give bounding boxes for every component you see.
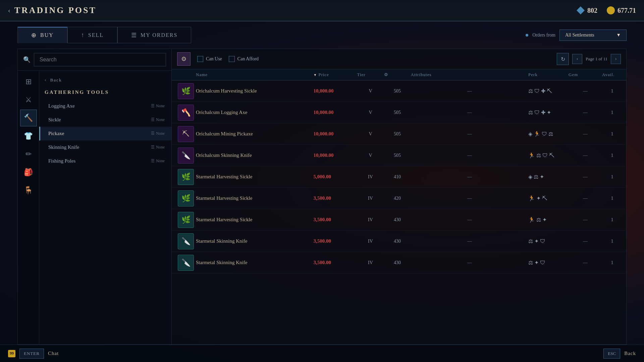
- tab-buy[interactable]: ⊕ BUY: [17, 27, 67, 43]
- item-icon-cell: 🌿: [176, 190, 196, 206]
- category-item-sickle[interactable]: Sickle ☰ None: [39, 113, 171, 127]
- item-gem: —: [569, 196, 602, 201]
- item-gs: 505: [384, 131, 411, 137]
- orders-dot: [526, 34, 528, 37]
- category-list: ‹ Back GATHERING TOOLS Logging Axe ☰ Non…: [39, 71, 171, 344]
- nav-tool-icon[interactable]: 🔨: [20, 110, 37, 126]
- nav-misc-icon[interactable]: ✏: [20, 146, 37, 163]
- header-back-arrow[interactable]: ‹: [8, 7, 10, 14]
- item-price: 10,000.00: [314, 153, 357, 158]
- col-tier-header[interactable]: Tier: [357, 72, 384, 77]
- search-bar: 🔍: [18, 49, 171, 71]
- item-gs: 505: [384, 88, 411, 94]
- footer-left: 99 ENTER Chat: [8, 349, 59, 359]
- item-gs: 430: [384, 260, 411, 265]
- pagination: ↻ ‹ Page 1 of 11 ›: [557, 53, 621, 65]
- table-row[interactable]: 🪓 Orichalcum Logging Axe 10,000.00 V 505…: [172, 102, 626, 123]
- category-skinning-knife-label: Skinning Knife: [48, 144, 79, 150]
- can-use-filter[interactable]: Can Use: [197, 56, 222, 62]
- item-name: Orichalcum Skinning Knife: [196, 153, 314, 158]
- category-fishing-poles-label: Fishing Poles: [48, 158, 75, 164]
- category-logging-axe-label: Logging Axe: [48, 103, 75, 109]
- item-gem: —: [569, 239, 602, 244]
- gem-value: 802: [587, 7, 597, 14]
- esc-button[interactable]: ESC: [603, 349, 620, 359]
- page-title: TRADING POST: [14, 5, 97, 15]
- coin-currency: 677.71: [607, 6, 636, 14]
- item-gem: —: [569, 217, 602, 223]
- page-prev-btn[interactable]: ‹: [572, 54, 582, 64]
- category-back-btn[interactable]: ‹ Back: [39, 73, 171, 87]
- col-perk-header[interactable]: Perk: [528, 72, 569, 77]
- nav-furniture-icon[interactable]: 🪑: [20, 182, 37, 199]
- table-header: Name ▼ Price Tier ⚙ Attributes: [172, 69, 626, 80]
- col-attr-header[interactable]: Attributes: [411, 72, 529, 77]
- orders-dropdown[interactable]: All Settlements ▼: [559, 29, 627, 41]
- item-name: Orichalcum Harvesting Sickle: [196, 88, 314, 94]
- table-row[interactable]: 🌿 Orichalcum Harvesting Sickle 10,000.00…: [172, 80, 626, 102]
- nav-armor-icon[interactable]: 👕: [20, 128, 37, 144]
- table-row[interactable]: 🌿 Starmetal Harvesting Sickle 3,500.00 I…: [172, 188, 626, 209]
- item-price: 10,000.00: [314, 110, 357, 115]
- item-tier: V: [357, 88, 384, 94]
- chat-badge: 99: [8, 350, 15, 357]
- item-name: Starmetal Skinning Knife: [196, 238, 314, 244]
- item-avail: 1: [602, 239, 622, 244]
- item-gem: —: [569, 88, 602, 94]
- can-afford-filter[interactable]: Can Afford: [229, 56, 259, 62]
- item-perks: ◈ 🏃 🛡 ⚖: [528, 131, 569, 137]
- filter-icon-btn[interactable]: ⚙: [177, 52, 191, 66]
- item-attributes: —: [411, 110, 529, 115]
- category-item-pickaxe[interactable]: Pickaxe ☰ None: [39, 127, 171, 140]
- item-avail: 1: [602, 196, 622, 201]
- category-item-logging-axe[interactable]: Logging Axe ☰ None: [39, 99, 171, 113]
- nav-all-icon[interactable]: ⊞: [20, 73, 37, 90]
- col-price-header[interactable]: ▼ Price: [314, 72, 357, 77]
- refresh-button[interactable]: ↻: [557, 53, 569, 65]
- gem-currency: 802: [577, 6, 597, 14]
- tab-my-orders[interactable]: ☰ MY ORDERS: [117, 27, 191, 43]
- can-use-checkbox[interactable]: [197, 56, 203, 62]
- item-icon-cell: 🪓: [176, 105, 196, 121]
- orders-from-section: Orders from All Settlements ▼: [526, 27, 627, 43]
- table-row[interactable]: 🔪 Orichalcum Skinning Knife 10,000.00 V …: [172, 145, 626, 166]
- nav-bag-icon[interactable]: 🎒: [20, 164, 37, 181]
- chat-button[interactable]: Chat: [48, 351, 59, 356]
- can-afford-checkbox[interactable]: [229, 56, 235, 62]
- item-perks: 🏃 ⚖ ✦: [528, 217, 569, 223]
- table-row[interactable]: 🌿 Starmetal Harvesting Sickle 5,000.00 I…: [172, 166, 626, 188]
- col-name-header[interactable]: Name: [196, 72, 314, 77]
- table-row[interactable]: 🔪 Starmetal Skinning Knife 3,500.00 IV 4…: [172, 231, 626, 252]
- item-perks: ⚖ 🛡 ✚ ⛏: [528, 88, 569, 94]
- category-item-skinning-knife[interactable]: Skinning Knife ☰ None: [39, 140, 171, 154]
- table-row[interactable]: 🔪 Starmetal Skinning Knife 3,500.00 IV 4…: [172, 252, 626, 274]
- enter-button[interactable]: ENTER: [19, 349, 44, 359]
- item-icon: 🔪: [178, 255, 194, 271]
- tab-bar: ⊕ BUY ↑ SELL ☰ MY ORDERS Orders from All…: [17, 27, 627, 43]
- back-button[interactable]: Back: [624, 351, 636, 356]
- category-logging-axe-badge: ☰ None: [151, 104, 165, 109]
- col-gs-header[interactable]: ⚙: [384, 72, 411, 77]
- buy-tab-icon: ⊕: [31, 32, 37, 39]
- footer-bar: 99 ENTER Chat ESC Back: [0, 345, 644, 362]
- item-gs: 505: [384, 153, 411, 158]
- search-input[interactable]: [34, 53, 166, 66]
- table-row[interactable]: ⛏ Orichalcum Mining Pickaxe 10,000.00 V …: [172, 123, 626, 145]
- tab-sell[interactable]: ↑ SELL: [67, 27, 117, 43]
- item-perks: 🏃 ⚖ 🛡 ⛏: [528, 152, 569, 159]
- item-avail: 1: [602, 131, 622, 137]
- table-row[interactable]: 🌿 Starmetal Harvesting Sickle 3,500.00 I…: [172, 209, 626, 231]
- page-next-btn[interactable]: ›: [611, 54, 621, 64]
- nav-weapon-icon[interactable]: ⚔: [20, 92, 37, 108]
- col-avail-header[interactable]: Avail.: [602, 72, 622, 77]
- category-item-fishing-poles[interactable]: Fishing Poles ☰ None: [39, 154, 171, 168]
- orders-dropdown-value: All Settlements: [565, 33, 594, 38]
- col-gem-header[interactable]: Gem: [569, 72, 602, 77]
- item-price: 3,500.00: [314, 195, 357, 201]
- item-price: 3,500.00: [314, 260, 357, 265]
- gem-icon: [577, 6, 585, 14]
- item-tier: V: [357, 110, 384, 115]
- item-tier: IV: [357, 239, 384, 244]
- col-icon-header: [176, 72, 196, 77]
- category-sickle-badge: ☰ None: [151, 117, 165, 122]
